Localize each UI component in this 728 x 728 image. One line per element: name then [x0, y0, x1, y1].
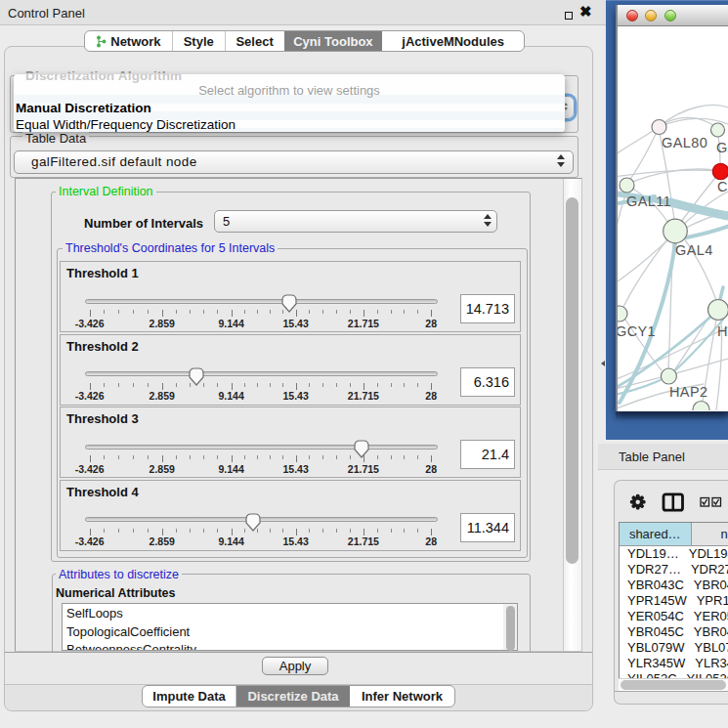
svg-text:HAP2: HAP2 [669, 384, 707, 400]
svg-text:GAL80: GAL80 [662, 135, 707, 150]
svg-text:GA: GA [716, 140, 728, 155]
svg-text:CY: CY [717, 179, 728, 194]
svg-text:GAL11: GAL11 [626, 193, 671, 209]
svg-text:GCY1: GCY1 [618, 323, 656, 339]
svg-text:GAL4: GAL4 [675, 242, 713, 258]
svg-text:HA: HA [717, 323, 728, 339]
